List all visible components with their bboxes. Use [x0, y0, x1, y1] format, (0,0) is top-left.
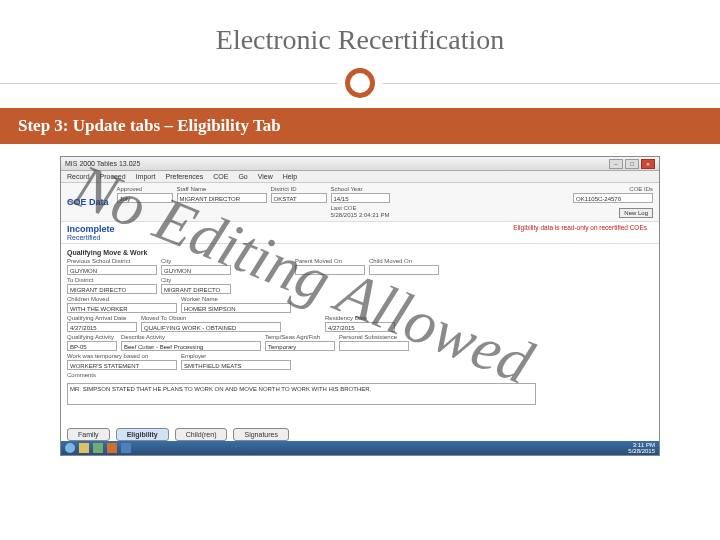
to-city-label: City: [161, 277, 231, 283]
prev-district-label: Previous School District: [67, 258, 157, 264]
temp-field[interactable]: Temporary: [265, 341, 335, 351]
status-block: Incomplete Recertified Eligibility data …: [61, 222, 659, 244]
worker-name-field[interactable]: HOMER SIMPSON: [181, 303, 291, 313]
tab-eligibility[interactable]: Eligibility: [116, 428, 169, 441]
approved-label: Approved: [117, 186, 173, 192]
residency-field[interactable]: 4/27/2015: [325, 322, 395, 332]
menu-import[interactable]: Import: [136, 173, 156, 180]
to-district-label: To District: [67, 277, 157, 283]
close-button[interactable]: ×: [641, 159, 655, 169]
describe-field[interactable]: Beef Cutter - Beef Processing: [121, 341, 261, 351]
staffname-label: Staff Name: [177, 186, 267, 192]
app-screenshot: MIS 2000 Tables 13.025 – □ × Record Proc…: [60, 156, 660, 456]
residency-label: Residency Date: [325, 315, 395, 321]
tempbasis-field[interactable]: WORKER'S STATEMENT: [67, 360, 177, 370]
menu-proceed[interactable]: Proceed: [100, 173, 126, 180]
divider-ornament: [0, 68, 720, 98]
temp-label: Temp/Seas Agri/Fish: [265, 334, 335, 340]
describe-label: Describe Activity: [121, 334, 261, 340]
prev-city-field[interactable]: GUYMON: [161, 265, 231, 275]
tab-children[interactable]: Child(ren): [175, 428, 228, 441]
to-district-field[interactable]: MIGRANT DIRECTO: [67, 284, 157, 294]
menu-help[interactable]: Help: [283, 173, 297, 180]
header-fields: COE Data Approved July Staff Name MIGRAN…: [61, 183, 659, 222]
taskbar-date: 5/28/2015: [628, 448, 655, 454]
taskbar-app-icon[interactable]: [93, 443, 103, 453]
slide-title: Electronic Recertification: [0, 0, 720, 68]
qa-label: Qualifying Activity: [67, 334, 117, 340]
qad-label: Qualifying Arrival Date: [67, 315, 137, 321]
circle-icon: [345, 68, 375, 98]
district-label: District ID: [271, 186, 327, 192]
tab-strip: Family Eligibility Child(ren) Signatures: [67, 428, 289, 441]
taskbar-app-icon[interactable]: [121, 443, 131, 453]
prev-district-field[interactable]: GUYMON: [67, 265, 157, 275]
windows-taskbar: 3:11 PM 5/28/2015: [61, 441, 659, 455]
schoolyear-field[interactable]: 14/15: [331, 193, 390, 203]
staffname-field[interactable]: MIGRANT DIRECTOR: [177, 193, 267, 203]
ps-label: Personal Subsistence: [339, 334, 409, 340]
ps-field[interactable]: [339, 341, 409, 351]
comments-field[interactable]: MR. SIMPSON STATED THAT HE PLANS TO WORK…: [67, 383, 536, 405]
section-move-title: Qualifying Move & Work: [67, 249, 653, 256]
prev-city-label: City: [161, 258, 231, 264]
qa-field[interactable]: BP-05: [67, 341, 117, 351]
readonly-note: Eligibility data is read-only on recerti…: [513, 224, 653, 231]
menu-coe[interactable]: COE: [213, 173, 228, 180]
employer-label: Employer: [181, 353, 291, 359]
mto-label: Moved To Obtain: [141, 315, 281, 321]
district-field[interactable]: OKSTAT: [271, 193, 327, 203]
status-incomplete: Incomplete: [67, 224, 115, 234]
child-moved-on-label: Child Moved On: [369, 258, 439, 264]
children-moved-label: Children Moved: [67, 296, 177, 302]
approved-field[interactable]: July: [117, 193, 173, 203]
minimize-button[interactable]: –: [609, 159, 623, 169]
comments-label: Comments: [67, 372, 653, 378]
maximize-button[interactable]: □: [625, 159, 639, 169]
tab-family[interactable]: Family: [67, 428, 110, 441]
worker-name-label: Worker Name: [181, 296, 291, 302]
menu-view[interactable]: View: [258, 173, 273, 180]
coeids-label: COE IDs: [629, 186, 653, 192]
window-titlebar: MIS 2000 Tables 13.025 – □ ×: [61, 157, 659, 171]
scan-label: Last COE: [331, 205, 390, 211]
tab-signatures[interactable]: Signatures: [233, 428, 288, 441]
menu-bar: Record Proceed Import Preferences COE Go…: [61, 171, 659, 183]
schoolyear-label: School Year: [331, 186, 390, 192]
child-moved-on-field[interactable]: [369, 265, 439, 275]
newlog-button[interactable]: New Log: [619, 208, 653, 218]
coeids-field[interactable]: OK1105C-24570: [573, 193, 653, 203]
employer-field[interactable]: SMITHFIELD MEATS: [181, 360, 291, 370]
coe-data-label: COE Data: [67, 197, 113, 207]
taskbar-app-icon[interactable]: [79, 443, 89, 453]
menu-record[interactable]: Record: [67, 173, 90, 180]
status-recertified: Recertified: [67, 234, 115, 241]
start-icon[interactable]: [65, 443, 75, 453]
mto-field[interactable]: QUALIFYING WORK - OBTAINED: [141, 322, 281, 332]
children-moved-field[interactable]: WITH THE WORKER: [67, 303, 177, 313]
tempbasis-label: Work was temporary based on: [67, 353, 177, 359]
moved-on-label: Parent Moved On: [295, 258, 365, 264]
eligibility-form: Qualifying Move & Work Previous School D…: [61, 244, 659, 408]
step-heading: Step 3: Update tabs – Eligibility Tab: [0, 108, 720, 144]
menu-preferences[interactable]: Preferences: [166, 173, 204, 180]
moved-on-field[interactable]: [295, 265, 365, 275]
window-title: MIS 2000 Tables 13.025: [65, 160, 140, 167]
taskbar-app-icon[interactable]: [107, 443, 117, 453]
menu-go[interactable]: Go: [238, 173, 247, 180]
qad-field[interactable]: 4/27/2015: [67, 322, 137, 332]
to-city-field[interactable]: MIGRANT DIRECTO: [161, 284, 231, 294]
scan-value: 5/28/2015 2:04:21 PM: [331, 212, 390, 218]
